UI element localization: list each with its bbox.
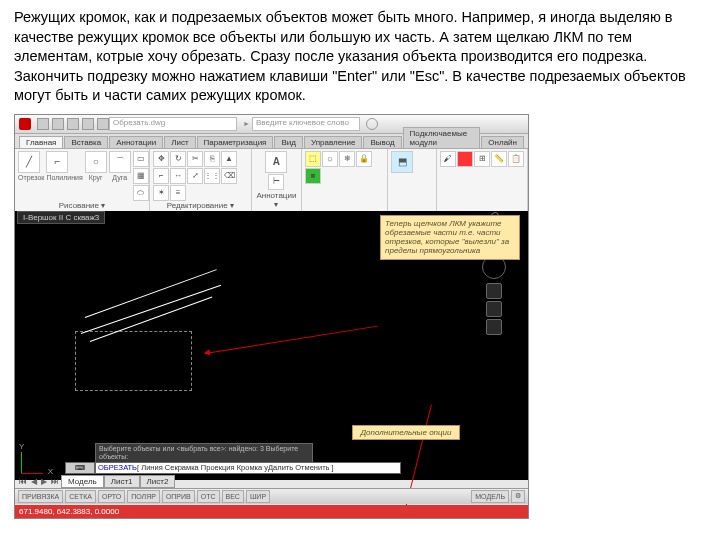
copy-icon[interactable]: ⎘ [204,151,220,167]
explode-icon[interactable]: ✶ [153,185,169,201]
hatch-icon[interactable]: ▦ [133,168,149,184]
tab-prev-icon[interactable]: ◀ [29,477,39,486]
quick-access-toolbar [37,118,109,130]
tab-first-icon[interactable]: ⏮ [17,477,29,486]
status-bar: ПРИВЯЗКА СЕТКА ОРТО ПОЛЯР ОПРИВ ОТС ВЕС … [15,488,528,504]
ribbon: ╱Отрезок ⌐Полилиния ○Круг ⌒Дуга ▭ ▦ ⬭ Ри… [15,149,528,212]
coordinate-display: 671.9480, 642.3883, 0.0000 [15,505,528,518]
circle-icon[interactable]: ○ [85,151,107,173]
layer-freeze-icon[interactable]: ❄ [339,151,355,167]
command-label: ⌨ [65,462,95,474]
tab-manage[interactable]: Управление [304,136,362,148]
group-icon[interactable]: ⊞ [474,151,490,167]
paste-icon[interactable]: 📋 [508,151,524,167]
workspace-icon[interactable]: ⚙ [511,490,525,503]
lwt-toggle[interactable]: ВЕС [222,490,244,503]
line-icon[interactable]: ╱ [18,151,40,173]
callout-trim-hint: Теперь щелчком ЛКМ укажите обрезаемые ча… [380,215,520,260]
tab-last-icon[interactable]: ⏭ [49,477,61,486]
zoom-icon[interactable] [486,301,502,317]
mirror-icon[interactable]: ▲ [221,151,237,167]
search-input[interactable]: Введите ключевое слово [252,117,360,131]
callout-options-hint: Дополнительные опции [352,425,460,440]
stretch-icon[interactable]: ↔ [170,168,186,184]
panel-draw: ╱Отрезок ⌐Полилиния ○Круг ⌒Дуга ▭ ▦ ⬭ Ри… [15,149,150,211]
pan-icon[interactable] [486,283,502,299]
orbit-icon[interactable] [486,319,502,335]
command-line[interactable]: ОБРЕЗАТЬ [ Линия Секрамка Проекция Кромк… [95,462,401,474]
layer-off-icon[interactable]: ☼ [322,151,338,167]
panel-annot: A ⊢ Аннотации ▾ [252,149,303,211]
nav-bar [486,283,502,335]
autocad-logo-icon[interactable] [19,118,31,130]
layer-lock-icon[interactable]: 🔒 [356,151,372,167]
polar-toggle[interactable]: ПОЛЯР [127,490,160,503]
autocad-screenshot: Обрезать.dwg ► Введите ключевое слово Гл… [14,114,529,519]
layer-color-icon[interactable]: ■ [305,168,321,184]
qat-open-icon[interactable] [52,118,64,130]
qat-save-icon[interactable] [67,118,79,130]
command-name: ОБРЕЗАТЬ [98,463,137,472]
text-icon[interactable]: A [265,151,287,173]
panel-layers: ⬚ ☼ ❄ 🔒 ■ [302,149,388,211]
command-options: [ Линия Секрамка Проекция Кромка уДалить… [137,463,334,472]
viewport-label[interactable]: I-Вершок II С скваж3 [17,211,105,224]
rotate-icon[interactable]: ↻ [170,151,186,167]
ribbon-tabs: Главная Вставка Аннотации Лист Параметри… [15,134,528,149]
layer-props-icon[interactable]: ⬚ [305,151,321,167]
tab-next-icon[interactable]: ▶ [39,477,49,486]
arc-icon[interactable]: ⌒ [109,151,131,173]
offset-icon[interactable]: ≡ [170,185,186,201]
move-icon[interactable]: ✥ [153,151,169,167]
tab-sheet2[interactable]: Лист2 [140,475,176,488]
tab-online[interactable]: Онлайн [481,136,524,148]
intro-paragraph: Режущих кромок, как и подрезаемых объект… [0,0,720,112]
layout-tabs: ⏮ ◀ ▶ ⏭ Модель Лист1 Лист2 [17,475,175,488]
rect-icon[interactable]: ▭ [133,151,149,167]
panel-annot-label: Аннотации ▾ [255,191,299,209]
array-icon[interactable]: ⋮⋮ [204,168,220,184]
block-insert-icon[interactable]: ⬒ [391,151,413,173]
trim-icon[interactable]: ✂ [187,151,203,167]
qat-redo-icon[interactable] [97,118,109,130]
panel-block: ⬒ [388,149,437,211]
fillet-icon[interactable]: ⌐ [153,168,169,184]
snap-toggle[interactable]: ПРИВЯЗКА [18,490,63,503]
tab-plugins[interactable]: Подключаемые модули [403,127,481,148]
color-control-icon[interactable] [457,151,473,167]
polyline-icon[interactable]: ⌐ [46,151,68,173]
tab-output[interactable]: Вывод [363,136,401,148]
tab-model[interactable]: Модель [61,475,104,488]
search-icon[interactable] [366,118,378,130]
window-title: Обрезать.dwg [109,117,237,131]
command-history: Выберите объекты или <выбрать все>: найд… [95,443,313,464]
tab-sheet1[interactable]: Лист1 [104,475,140,488]
otrack-toggle[interactable]: ОТС [197,490,220,503]
qat-new-icon[interactable] [37,118,49,130]
dim-icon[interactable]: ⊢ [268,174,284,190]
callout-arrow [205,325,378,353]
grid-toggle[interactable]: СЕТКА [65,490,96,503]
tab-home[interactable]: Главная [19,136,63,148]
panel-props: 🖌 ⊞ 📏 📋 [437,149,528,211]
panel-modify-label: Редактирование ▾ [153,201,248,210]
measure-icon[interactable]: 📏 [491,151,507,167]
width-toggle[interactable]: ШИР [246,490,270,503]
tab-param[interactable]: Параметризация [197,136,274,148]
tab-view[interactable]: Вид [274,136,302,148]
osnap-toggle[interactable]: ОПРИВ [162,490,195,503]
qat-undo-icon[interactable] [82,118,94,130]
panel-draw-label: Рисование ▾ [18,201,146,210]
tab-layout[interactable]: Лист [164,136,195,148]
scale-icon[interactable]: ⤢ [187,168,203,184]
tab-insert[interactable]: Вставка [64,136,108,148]
ucs-icon: YX [21,450,45,474]
erase-icon[interactable]: ⌫ [221,168,237,184]
ellipse-icon[interactable]: ⬭ [133,185,149,201]
match-props-icon[interactable]: 🖌 [440,151,456,167]
ortho-toggle[interactable]: ОРТО [98,490,125,503]
panel-modify: ✥ ↻ ✂ ⎘ ▲ ⌐ ↔ ⤢ ⋮⋮ ⌫ ✶ ≡ Редактирование … [150,149,252,211]
model-ps-toggle[interactable]: МОДЕЛЬ [471,490,509,503]
tab-annotate[interactable]: Аннотации [109,136,163,148]
